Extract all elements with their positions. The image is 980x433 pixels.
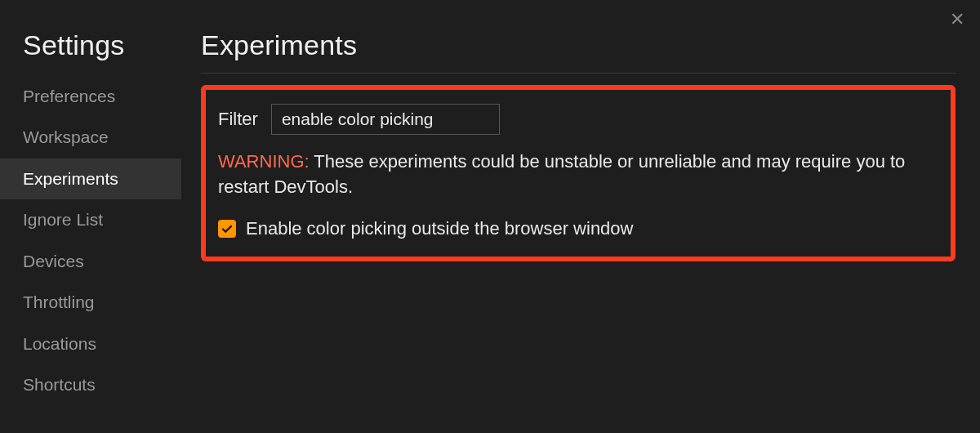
sidebar-item-experiments[interactable]: Experiments (0, 158, 181, 199)
sidebar: Settings Preferences Workspace Experimen… (0, 0, 181, 433)
main-panel: Experiments Filter WARNING: These experi… (181, 0, 980, 433)
sidebar-item-preferences[interactable]: Preferences (0, 76, 181, 117)
sidebar-item-workspace[interactable]: Workspace (0, 117, 181, 158)
page-title: Experiments (201, 29, 956, 74)
experiment-label[interactable]: Enable color picking outside the browser… (246, 218, 633, 239)
warning-body: These experiments could be unstable or u… (218, 151, 905, 197)
sidebar-item-locations[interactable]: Locations (0, 324, 181, 364)
warning-text: WARNING: These experiments could be unst… (218, 150, 938, 200)
sidebar-item-shortcuts[interactable]: Shortcuts (0, 364, 181, 405)
filter-row: Filter (218, 104, 938, 135)
experiment-checkbox[interactable] (218, 220, 236, 238)
warning-prefix: WARNING: (218, 151, 310, 172)
sidebar-item-throttling[interactable]: Throttling (0, 282, 181, 323)
sidebar-list: Preferences Workspace Experiments Ignore… (0, 76, 181, 406)
settings-layout: Settings Preferences Workspace Experimen… (0, 0, 980, 433)
filter-input[interactable] (271, 104, 500, 135)
sidebar-item-ignore-list[interactable]: Ignore List (0, 199, 181, 240)
annotation-highlight: Filter WARNING: These experiments could … (201, 85, 956, 261)
checkmark-icon (220, 222, 234, 235)
sidebar-title: Settings (0, 29, 181, 76)
sidebar-item-devices[interactable]: Devices (0, 241, 181, 282)
experiment-row: Enable color picking outside the browser… (218, 218, 938, 239)
filter-label: Filter (218, 109, 258, 130)
